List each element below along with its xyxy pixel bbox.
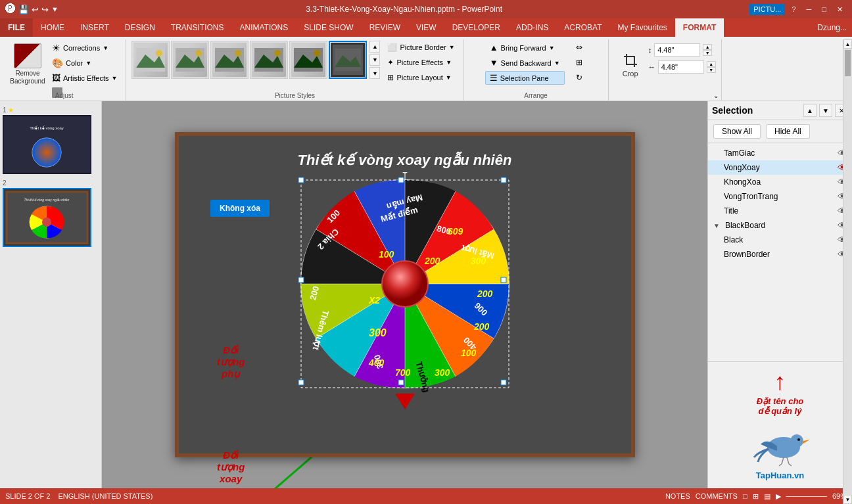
style-thumb-2[interactable] bbox=[171, 41, 209, 79]
selection-item-blackboard[interactable]: ▼ BlackBoard 👁 bbox=[708, 218, 852, 233]
style-thumb-6[interactable] bbox=[329, 41, 367, 79]
width-input[interactable] bbox=[658, 60, 704, 74]
svg-rect-74 bbox=[501, 380, 506, 385]
rotate-button[interactable]: ↻ bbox=[571, 71, 587, 84]
style-thumb-3[interactable] bbox=[210, 41, 248, 79]
corrections-icon: ☀ bbox=[52, 43, 60, 53]
style-thumb-1[interactable] bbox=[131, 41, 170, 79]
corrections-dropdown[interactable]: ▼ bbox=[103, 45, 108, 51]
maximize-btn[interactable]: □ bbox=[818, 4, 830, 15]
height-up[interactable]: ▲ bbox=[703, 44, 712, 50]
tab-developer[interactable]: DEVELOPER bbox=[444, 18, 508, 37]
group-button[interactable]: ⊞ bbox=[571, 56, 587, 69]
artistic-effects-button[interactable]: 🖼 Artistic Effects ▼ bbox=[49, 71, 120, 85]
tab-insert[interactable]: INSERT bbox=[72, 18, 117, 37]
svg-line-88 bbox=[789, 464, 792, 466]
selection-pane-label: Selection Pane bbox=[500, 74, 549, 82]
svg-text:200: 200 bbox=[477, 288, 493, 299]
size-expand-icon[interactable]: ⌄ bbox=[713, 92, 719, 99]
blackboard-expand-icon[interactable]: ▼ bbox=[713, 222, 720, 229]
brownborder-label: BrownBorder bbox=[724, 250, 770, 259]
corrections-button[interactable]: ☀ Corrections ▼ bbox=[49, 41, 120, 55]
hide-all-button[interactable]: Hide All bbox=[766, 124, 810, 139]
height-down[interactable]: ▼ bbox=[703, 50, 712, 56]
view-slide-sorter[interactable]: ⊞ bbox=[753, 492, 759, 501]
quick-access-customize[interactable]: ▼ bbox=[51, 5, 59, 13]
quick-access-save[interactable]: 💾 bbox=[18, 5, 29, 14]
picture-border-dropdown[interactable]: ▼ bbox=[449, 44, 455, 51]
selection-item-vongtrontrang[interactable]: VongTronTrang 👁 bbox=[708, 189, 852, 204]
height-input[interactable] bbox=[654, 43, 700, 57]
show-all-button[interactable]: Show All bbox=[713, 124, 761, 139]
width-up[interactable]: ▲ bbox=[707, 61, 716, 67]
minimize-btn[interactable]: ─ bbox=[803, 4, 816, 15]
selection-item-title[interactable]: Title 👁 bbox=[708, 204, 852, 218]
tab-home[interactable]: HOME bbox=[33, 18, 72, 37]
arrange-group: ▲ Bring Forward ▼ ▼ Send Backward ▼ ☰ Se… bbox=[464, 39, 609, 101]
tab-view[interactable]: VIEW bbox=[408, 18, 444, 37]
tab-addins[interactable]: ADD-INS bbox=[508, 18, 556, 37]
selection-item-tamgiac[interactable]: TamGiac 👁 bbox=[708, 146, 852, 160]
crop-button[interactable]: Crop bbox=[614, 41, 647, 88]
close-btn[interactable]: ✕ bbox=[833, 4, 847, 15]
tab-design[interactable]: DESIGN bbox=[117, 18, 163, 37]
bring-forward-label: Bring Forward bbox=[501, 44, 546, 52]
khongxoa-label: KhongXoa bbox=[724, 177, 761, 187]
tab-acrobat[interactable]: ACROBAT bbox=[556, 18, 609, 37]
send-backward-button[interactable]: ▼ Send Backward ▼ bbox=[485, 56, 565, 70]
slide-2-thumb[interactable]: 2 Thiết kế vòng xoay ngẫu nhiên bbox=[3, 179, 99, 247]
selection-item-khongxoa[interactable]: KhongXoa 👁 bbox=[708, 175, 852, 189]
tab-file[interactable]: FILE bbox=[0, 18, 33, 37]
tab-format[interactable]: FORMAT bbox=[675, 18, 724, 37]
selection-pane-button[interactable]: ☰ Selection Pane bbox=[485, 71, 565, 85]
align-button[interactable]: ⇔ bbox=[571, 41, 587, 54]
scrollbar-down[interactable]: ▼ bbox=[843, 495, 852, 504]
picture-border-button[interactable]: ⬜ Picture Border ▼ bbox=[384, 41, 458, 54]
style-thumb-6-inner bbox=[331, 43, 365, 77]
send-backward-dropdown[interactable]: ▼ bbox=[554, 60, 560, 66]
quick-access-redo[interactable]: ↪ bbox=[41, 5, 49, 14]
view-reading[interactable]: ▤ bbox=[764, 492, 770, 501]
quick-access-undo[interactable]: ↩ bbox=[32, 5, 39, 14]
color-dropdown[interactable]: ▼ bbox=[85, 60, 91, 66]
tab-slideshow[interactable]: SLIDE SHOW bbox=[296, 18, 361, 37]
width-down[interactable]: ▼ bbox=[707, 67, 716, 73]
picture-effects-button[interactable]: ✦ Picture Effects ▼ bbox=[384, 56, 458, 69]
tab-myfavourites[interactable]: My Favourites bbox=[609, 18, 674, 37]
scrollbar-up[interactable]: ▲ bbox=[843, 39, 852, 49]
styles-nav-more[interactable]: ▾ bbox=[369, 67, 380, 79]
svg-point-8 bbox=[235, 50, 241, 57]
selection-item-vongxoay[interactable]: VongXoay 👁 bbox=[708, 160, 852, 175]
scrollbar-thumb[interactable] bbox=[845, 50, 851, 76]
view-normal[interactable]: □ bbox=[743, 492, 747, 500]
bring-forward-button[interactable]: ▲ Bring Forward ▼ bbox=[485, 41, 565, 55]
picture-layout-button[interactable]: ⊞ Picture Layout ▼ bbox=[384, 71, 458, 84]
remove-background-button[interactable]: RemoveBackground bbox=[8, 41, 47, 88]
styles-nav-down[interactable]: ▼ bbox=[369, 54, 380, 66]
slide-1-thumb[interactable]: 1 ★ Thiết kế vòng xoay bbox=[3, 106, 99, 174]
help-btn[interactable]: ? bbox=[788, 4, 799, 15]
styles-nav-up[interactable]: ▲ bbox=[369, 41, 380, 53]
vongxoay-label: VongXoay bbox=[724, 163, 760, 172]
artistic-dropdown[interactable]: ▼ bbox=[111, 75, 117, 81]
selection-item-black[interactable]: Black 👁 bbox=[708, 233, 852, 247]
style-thumb-5[interactable] bbox=[289, 41, 327, 79]
svg-point-5 bbox=[195, 50, 202, 57]
svg-text:300: 300 bbox=[471, 256, 486, 266]
selection-item-brownborder[interactable]: BrownBorder 👁 bbox=[708, 247, 852, 262]
color-icon: 🎨 bbox=[52, 58, 63, 68]
picture-layout-dropdown[interactable]: ▼ bbox=[446, 74, 452, 81]
color-button[interactable]: 🎨 Color ▼ bbox=[49, 56, 120, 70]
slideshow-btn[interactable]: ▶ bbox=[776, 492, 781, 501]
tab-transitions[interactable]: TRANSITIONS bbox=[163, 18, 232, 37]
notes-btn[interactable]: NOTES bbox=[665, 492, 690, 500]
pane-scroll-down[interactable]: ▼ bbox=[819, 104, 832, 117]
pane-scroll-up[interactable]: ▲ bbox=[803, 104, 816, 117]
tab-animations[interactable]: ANIMATIONS bbox=[231, 18, 296, 37]
bring-forward-dropdown[interactable]: ▼ bbox=[549, 45, 555, 51]
picture-effects-dropdown[interactable]: ▼ bbox=[446, 59, 452, 66]
comments-btn[interactable]: COMMENTS bbox=[696, 492, 738, 500]
style-thumb-4[interactable] bbox=[250, 41, 288, 79]
wheel-svg: 800 900 Thưởng Thêm lượt Chia 2 May mắn … bbox=[293, 172, 517, 396]
tab-review[interactable]: REVIEW bbox=[362, 18, 408, 37]
